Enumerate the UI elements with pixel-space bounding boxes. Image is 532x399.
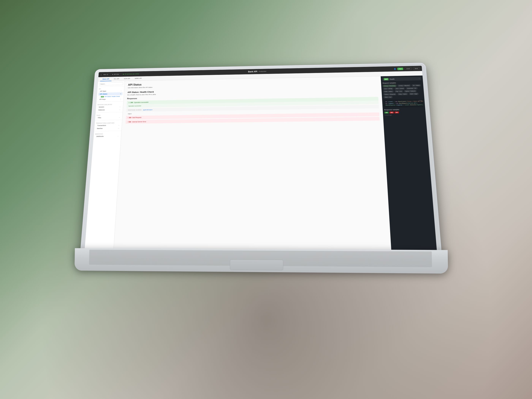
webhooks-label: Webhooks: [96, 135, 104, 137]
files-label: Files: [98, 117, 101, 119]
response-code-400: 400: [129, 117, 132, 119]
search-input[interactable]: [99, 82, 123, 85]
sidebar-session-section: SESSION & BALANCES Session › Balances ›: [95, 102, 123, 112]
user-icon: 👤: [394, 68, 396, 70]
tab-icl-api[interactable]: ICL-API: [111, 77, 122, 81]
api-keys-label: API Keys: [99, 98, 106, 100]
chevron-icon8: ›: [118, 135, 118, 137]
chevron-down-icon: ∨: [120, 93, 121, 95]
response-samples-title: Response samples: [384, 108, 424, 111]
sidebar-search-container: [98, 81, 125, 87]
status-dot: [123, 74, 124, 75]
code-line-3: IRestResponse response = client.Execute(…: [385, 104, 422, 106]
home-icon[interactable]: ⌂: [101, 74, 102, 76]
lang-ruby-native[interactable]: Ruby + Native: [397, 93, 408, 95]
endpoint-bar: GET /health ∨: [382, 77, 421, 81]
lang-node-native[interactable]: Node + Native: [383, 90, 394, 93]
laptop-base: [75, 248, 448, 274]
schema-type: application/json: [143, 109, 152, 111]
tab-base-api[interactable]: Base-API: [100, 77, 112, 81]
endpoint-path: /health: [390, 78, 418, 80]
lang-javascript-xhr[interactable]: Javascript + Xhr: [406, 87, 418, 89]
resp-tab-200[interactable]: 200: [384, 112, 389, 114]
sidebar-transactions-section: TRANSACTIONS & BATCHES Transactions › Ba…: [94, 121, 122, 130]
transactions-label: Transactions: [97, 125, 106, 126]
sidebar-webhooks-section: WEBHOOKS Webhooks ›: [94, 132, 121, 138]
copy-button[interactable]: Copy: [419, 100, 422, 101]
topbar-api-doc[interactable]: ● API Doc: [112, 74, 119, 75]
health-check-label: API Status: Health Check: [104, 96, 120, 97]
tab-ach-api[interactable]: ACH-API: [121, 76, 133, 81]
endpoint-expand-icon[interactable]: ∨: [418, 78, 420, 79]
response-code-200: 200: [130, 102, 133, 103]
method-badge: GET: [384, 78, 389, 80]
bank-button[interactable]: Bank: [413, 67, 420, 70]
response-tabs: 200 400 500: [384, 111, 424, 114]
topbar-left: ⌂ Nov 12 | ● API Doc | All services are …: [101, 72, 178, 76]
language-tags-container: Csharp + Restsharp Csharp + Httpclient G…: [383, 84, 423, 98]
lang-csharp-httpclient[interactable]: Csharp + Httpclient: [397, 84, 411, 87]
response-label-400: Bad Request: [133, 117, 142, 118]
lang-java-okhttp[interactable]: Java + OkHttp: [383, 88, 394, 90]
sidebar-divider4: [94, 131, 121, 131]
sidebar-item-api-keys[interactable]: API Keys ›: [98, 97, 122, 101]
content-type-label: Content type: [385, 114, 424, 116]
chevron-icon7: ›: [118, 127, 119, 129]
sidebar-item-transactions[interactable]: Transactions ›: [96, 124, 120, 127]
schema-label: RESPONSE SCHEMA:: [128, 109, 142, 111]
request-samples-title: Request samples: [382, 82, 422, 84]
chevron-icon: ›: [121, 90, 121, 92]
response-code-500: 500: [128, 121, 131, 123]
topbar-divider2: |: [121, 73, 121, 75]
chevron-icon4: ›: [120, 109, 120, 110]
resp-tab-400[interactable]: 400: [389, 112, 394, 114]
chevron-down-200: ∨: [128, 102, 130, 104]
topbar-status: All services are online: [123, 73, 139, 75]
lang-python-python3[interactable]: Python + Python3: [404, 90, 417, 92]
test-button[interactable]: Test: [397, 67, 403, 70]
lang-go-native[interactable]: Go + Native: [412, 84, 421, 86]
lang-java-unirest[interactable]: Java + Unirest: [394, 87, 405, 90]
balances-label: Balances: [98, 109, 105, 111]
chevron-500: ›: [127, 121, 128, 123]
lang-csharp-restsharp[interactable]: Csharp + Restsharp: [383, 85, 397, 87]
sidebar-divider3: [95, 120, 122, 120]
sidebar-item-files[interactable]: Files ›: [96, 116, 121, 119]
content-area: API Status Get information about the API…: [114, 76, 391, 252]
lang-shell-curl[interactable]: Shell + Curl: [383, 96, 393, 98]
response-label-200: Operation successful: [134, 101, 148, 103]
sidebar-files-section: FILES Files ›: [95, 113, 123, 120]
sidebar-item-balances[interactable]: Balances ›: [97, 108, 122, 111]
response-item-200: ∨ 200 Operation successful Operation suc…: [126, 97, 379, 115]
response-label-500: Internal Server Error: [132, 121, 146, 123]
code-block: Copy var client = new RestClient("https:…: [384, 99, 424, 108]
laptop-wrapper: ⌂ Nov 12 | ● API Doc | All services are …: [60, 35, 484, 368]
client-button[interactable]: Client: [405, 67, 412, 70]
resp-tab-500[interactable]: 500: [394, 111, 399, 113]
sidebar-api-section: API API Spec › API Status ∨: [96, 86, 124, 101]
lang-python-requests[interactable]: Python + Requests: [383, 93, 397, 95]
sidebar-item-batches[interactable]: Batches ›: [95, 127, 120, 130]
topbar-divider: |: [110, 74, 110, 75]
ui-root: ⌂ Nov 12 | ● API Doc | All services are …: [85, 66, 437, 252]
chevron-icon5: ›: [119, 117, 120, 118]
api-status-label: API Status: [100, 93, 108, 95]
session-label: Session: [99, 106, 104, 108]
chevron-icon3: ›: [120, 106, 120, 108]
topbar-dash: ·: [247, 71, 247, 73]
lang-php-curl[interactable]: Php + Curl: [394, 90, 403, 93]
chevron-icon6: ›: [119, 125, 119, 126]
screen-inner: ⌂ Nov 12 | ● API Doc | All services are …: [85, 66, 437, 252]
topbar-date: Nov 12: [103, 74, 108, 76]
api-doc-icon: ●: [112, 74, 113, 75]
topbar-env: - Production: [258, 70, 266, 72]
tab-wire-api[interactable]: WIRE-API: [132, 76, 144, 81]
topbar-right: 👤 Test Client Bank: [337, 67, 420, 71]
lang-shell-wget[interactable]: Shell + Wget: [409, 93, 419, 95]
sidebar-item-webhooks[interactable]: Webhooks ›: [95, 135, 120, 138]
sidebar-divider1: [96, 101, 123, 102]
api-spec-label: API Spec: [100, 90, 106, 92]
batches-label: Batches: [97, 128, 103, 129]
laptop-screen: ⌂ Nov 12 | ● API Doc | All services are …: [80, 63, 442, 258]
get-badge: GET: [101, 96, 104, 97]
